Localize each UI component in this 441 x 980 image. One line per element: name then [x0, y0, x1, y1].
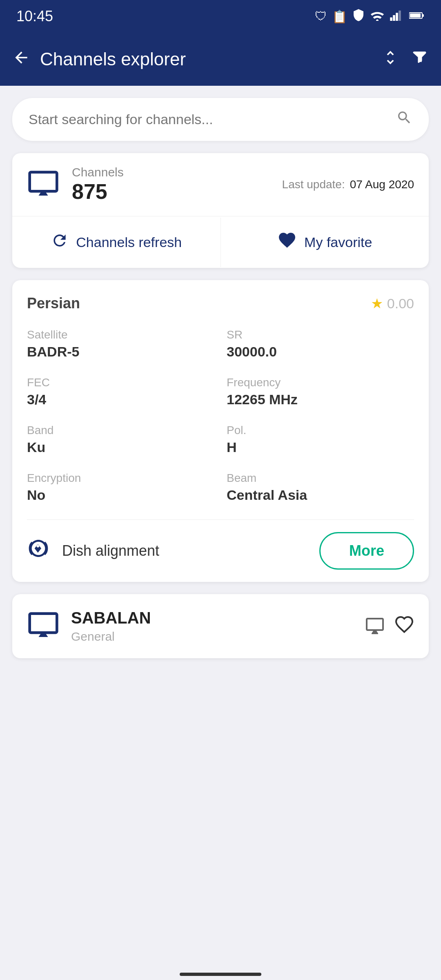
refresh-icon	[51, 232, 69, 253]
transponder-fields: Satellite BADR-5 SR 30000.0 FEC 3/4 Freq…	[27, 328, 414, 503]
signal-icon	[390, 9, 404, 24]
svg-rect-3	[399, 10, 401, 20]
shield-icon: 🛡	[315, 9, 327, 23]
channels-count: 875	[72, 179, 270, 204]
sim-icon: 📋	[332, 9, 347, 24]
vpn-icon	[352, 9, 365, 24]
transponder-footer: Dish alignment More	[27, 519, 414, 582]
channel-favorite-button[interactable]	[394, 615, 414, 638]
search-bar	[12, 98, 429, 141]
svg-rect-2	[396, 13, 398, 21]
transponder-card: Persian ★ 0.00 Satellite BADR-5 SR 30000…	[12, 280, 429, 582]
channels-actions: Channels refresh My favorite	[12, 216, 429, 268]
field-frequency-value: 12265 MHz	[227, 392, 298, 407]
channels-info: Channels 875 Last update: 07 Aug 2020	[12, 153, 429, 216]
transponder-name: Persian	[27, 295, 80, 312]
star-icon: ★	[371, 295, 383, 312]
svg-rect-0	[390, 17, 392, 20]
channel-watch-button[interactable]	[365, 615, 385, 638]
field-satellite-label: Satellite	[27, 328, 214, 341]
last-update-date: 07 Aug 2020	[350, 178, 414, 191]
channel-actions	[365, 615, 414, 638]
field-beam-value: Central Asia	[227, 487, 307, 503]
field-sr-label: SR	[227, 328, 414, 341]
last-update: Last update: 07 Aug 2020	[282, 178, 414, 191]
filter-button[interactable]	[411, 49, 429, 70]
more-button[interactable]: More	[319, 532, 414, 570]
app-bar: Channels explorer	[0, 33, 441, 86]
field-encryption-label: Encryption	[27, 472, 214, 485]
transponder-header: Persian ★ 0.00	[27, 295, 414, 312]
tv-icon	[27, 168, 60, 201]
dish-icon	[27, 537, 50, 565]
channel-tv-icon	[27, 609, 60, 644]
field-fec-label: FEC	[27, 376, 214, 389]
app-bar-actions	[381, 49, 429, 70]
field-sr-value: 30000.0	[227, 344, 277, 359]
channels-refresh-button[interactable]: Channels refresh	[12, 218, 221, 267]
home-indicator	[180, 973, 261, 976]
status-time: 10:45	[16, 8, 53, 25]
field-fec-value: 3/4	[27, 392, 46, 407]
main-content: Channels 875 Last update: 07 Aug 2020 Ch…	[0, 86, 441, 679]
channels-label: Channels	[72, 165, 270, 179]
field-band-value: Ku	[27, 439, 45, 455]
sort-button[interactable]	[381, 49, 399, 70]
channel-type: General	[71, 630, 354, 644]
rating-value: 0.00	[387, 296, 414, 312]
field-beam: Beam Central Asia	[227, 472, 414, 503]
field-band: Band Ku	[27, 424, 214, 455]
field-sr: SR 30000.0	[227, 328, 414, 360]
status-bar: 10:45 🛡 📋	[0, 0, 441, 33]
field-beam-label: Beam	[227, 472, 414, 485]
back-button[interactable]	[12, 49, 30, 70]
field-band-label: Band	[27, 424, 214, 437]
svg-rect-6	[422, 14, 424, 17]
channel-item-sabalan: SABALAN General	[12, 594, 429, 658]
battery-icon	[409, 9, 425, 23]
field-pol: Pol. H	[227, 424, 414, 455]
field-fec: FEC 3/4	[27, 376, 214, 408]
field-pol-value: H	[227, 439, 237, 455]
status-icons: 🛡 📋	[315, 9, 425, 24]
field-encryption: Encryption No	[27, 472, 214, 503]
field-frequency-label: Frequency	[227, 376, 414, 389]
channels-text-block: Channels 875	[72, 165, 270, 204]
svg-rect-5	[410, 13, 421, 18]
channel-info: SABALAN General	[71, 609, 354, 644]
my-favorite-button[interactable]: My favorite	[221, 216, 429, 268]
field-encryption-value: No	[27, 487, 45, 503]
dish-alignment-label: Dish alignment	[62, 542, 307, 559]
page-title: Channels explorer	[40, 49, 372, 69]
field-pol-label: Pol.	[227, 424, 414, 437]
svg-rect-1	[393, 15, 395, 21]
rating-badge: ★ 0.00	[371, 295, 414, 312]
search-input[interactable]	[29, 111, 396, 127]
search-icon[interactable]	[396, 109, 412, 129]
wifi-icon	[370, 9, 385, 24]
favorite-label: My favorite	[304, 234, 372, 250]
field-satellite: Satellite BADR-5	[27, 328, 214, 360]
field-satellite-value: BADR-5	[27, 344, 79, 359]
last-update-label: Last update:	[282, 178, 345, 191]
channels-card: Channels 875 Last update: 07 Aug 2020 Ch…	[12, 153, 429, 268]
field-frequency: Frequency 12265 MHz	[227, 376, 414, 408]
refresh-label: Channels refresh	[76, 234, 182, 250]
channel-name: SABALAN	[71, 609, 354, 627]
heart-icon	[277, 230, 297, 254]
